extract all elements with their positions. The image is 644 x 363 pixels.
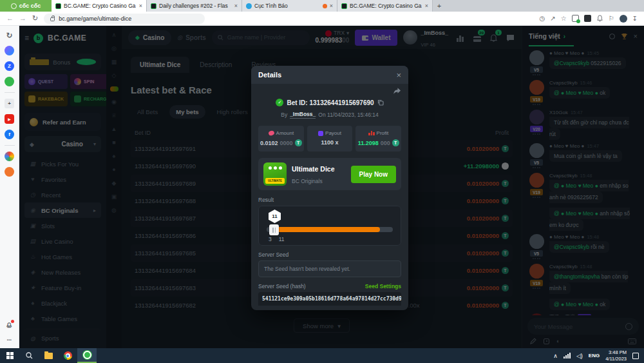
payout-icon <box>318 131 323 136</box>
bcgame-favicon <box>55 3 61 9</box>
browser-tab-1[interactable]: BC.GAME: Crypto Casino Ga× <box>52 0 147 12</box>
lobster-emoji-icon <box>323 4 327 8</box>
taskbar-tray: ∧ ◁) ENG 3:48 PM4/11/2023 <box>553 349 644 362</box>
screen: cốc cốc BC.GAME: Crypto Casino Ga× Daily… <box>0 0 644 363</box>
divider <box>5 145 15 146</box>
share-row <box>258 87 401 97</box>
url-field[interactable]: bc.game/game/ultimate-dice <box>44 14 205 24</box>
modal-body: ✓ Bet ID: 131326441915697690 By _ImBoss_… <box>251 84 408 310</box>
bet-meta-row: By _ImBoss_ On 11/04/2023, 15:46:14 <box>258 111 401 119</box>
flag-icon[interactable]: ⚐ <box>609 15 614 22</box>
bettor-username[interactable]: _ImBoss_ <box>290 111 316 119</box>
seed-hash-value[interactable]: 541121ce9e309a05b18616d778a64a97814d27cc… <box>258 292 401 306</box>
extension-icon-badged[interactable] <box>572 15 579 22</box>
extension-badge <box>576 19 580 23</box>
download-icon[interactable]: ↧ <box>632 15 638 22</box>
share-icon[interactable] <box>393 87 401 95</box>
amount-stat: Amount 0.01020000 <box>258 126 304 152</box>
shop-icon[interactable] <box>5 167 14 177</box>
browser-tab-2[interactable]: Daily challenges #202 - Flas× <box>147 0 242 12</box>
seed-hash-row: Server Seed (hash) Seed Settings <box>258 283 401 289</box>
taskbar-search-icon[interactable] <box>19 348 39 363</box>
play-now-button[interactable]: Play Now <box>351 166 396 183</box>
browser-tab-3[interactable]: Cục Tình Báo× <box>242 0 337 12</box>
zalo-icon[interactable]: Z <box>5 61 14 71</box>
coccoc-brand[interactable]: cốc cốc <box>0 0 52 12</box>
new-tab-button[interactable]: + <box>433 0 446 12</box>
tab-close-icon[interactable]: × <box>330 3 333 9</box>
browser-tab-4[interactable]: BC.GAME: Crypto Casino Ga× <box>337 0 433 12</box>
result-range: 311 <box>269 236 285 242</box>
bcgame-favicon <box>151 3 156 9</box>
volume-icon[interactable]: ◁) <box>576 353 583 359</box>
taskbar-clock[interactable]: 3:48 PM4/11/2023 <box>605 349 627 362</box>
history-icon[interactable]: ↻ <box>5 30 14 40</box>
action-center-icon[interactable] <box>632 353 639 359</box>
history-clock-icon[interactable]: ◷ <box>540 15 545 22</box>
coin-icon <box>392 139 399 146</box>
share-icon[interactable]: ↗ <box>550 15 555 22</box>
notification-bell-icon[interactable] <box>596 15 603 22</box>
seed-settings-link[interactable]: Seed Settings <box>365 283 401 289</box>
file-explorer-icon[interactable] <box>39 348 58 363</box>
result-hexagon: 11 <box>269 210 281 223</box>
forward-button[interactable]: → <box>19 15 26 22</box>
games-icon[interactable] <box>5 77 14 86</box>
tab-close-icon[interactable]: × <box>234 3 238 9</box>
divider <box>5 92 15 93</box>
copy-icon[interactable] <box>377 99 384 106</box>
result-label: Result <box>258 197 401 203</box>
more-options-icon[interactable]: ⋯ <box>5 335 14 345</box>
facebook-icon[interactable]: f <box>5 130 14 139</box>
bet-details-modal: Details × ✓ Bet ID: 131326441915697690 B… <box>251 66 408 310</box>
coccoc-taskbar-icon[interactable] <box>77 348 97 363</box>
extension-dark-icon[interactable] <box>584 15 591 22</box>
game-card: ULTIMATE DICE Ultimate Dice BC Originals… <box>258 158 401 190</box>
result-slider-handle[interactable] <box>269 224 279 235</box>
payout-stat: Payout 1100 x <box>307 126 353 152</box>
wheel-icon[interactable] <box>5 152 14 161</box>
telegram-favicon <box>246 3 252 9</box>
result-slider-track <box>267 227 393 232</box>
chrome-icon[interactable] <box>58 348 77 363</box>
profit-stat: Profit 11.2098000 <box>355 126 401 152</box>
tab-close-icon[interactable]: × <box>139 3 142 9</box>
bet-id-row: ✓ Bet ID: 131326441915697690 <box>258 99 401 106</box>
tray-expand-icon[interactable]: ∧ <box>553 353 558 359</box>
address-bar: ← → ↻ bc.game/game/ultimate-dice ◷ ↗ ☆ ⚐… <box>0 12 644 26</box>
game-title: Ultimate Dice <box>292 165 335 173</box>
windows-taskbar: ∧ ◁) ENG 3:48 PM4/11/2023 <box>0 348 644 363</box>
alert-dot <box>11 320 14 323</box>
add-shortcut-button[interactable]: + <box>5 99 14 108</box>
profit-bars-icon <box>368 131 375 135</box>
input-language[interactable]: ENG <box>589 353 600 358</box>
amount-coin-icon <box>268 130 275 136</box>
coccoc-logo-icon <box>11 3 17 9</box>
bet-id-text: Bet ID: 131326441915697690 <box>287 99 374 106</box>
close-modal-icon[interactable]: × <box>396 70 401 80</box>
bcgame-favicon <box>341 3 347 9</box>
verified-shield-icon: ✓ <box>276 99 283 106</box>
profile-avatar[interactable] <box>620 15 627 23</box>
youtube-icon[interactable]: ▶ <box>5 114 14 124</box>
browser-tab-strip: cốc cốc BC.GAME: Crypto Casino Ga× Daily… <box>0 0 644 12</box>
web-page: ≡ b BC.GAME Bonus QUEST SPIN RAKEBACK RE… <box>19 26 644 348</box>
tab-close-icon[interactable]: × <box>425 3 428 9</box>
modal-header: Details × <box>251 66 408 84</box>
alerts-bell-icon[interactable]: 🕭 <box>5 320 14 329</box>
start-button[interactable] <box>0 348 19 363</box>
messenger-icon[interactable] <box>5 46 14 55</box>
back-button[interactable]: ← <box>6 15 14 22</box>
reload-button[interactable]: ↻ <box>32 15 38 22</box>
bet-stats: Amount 0.01020000 Payout 1100 x Profit 1… <box>258 126 401 152</box>
lock-icon <box>50 17 55 21</box>
modal-title: Details <box>258 71 281 79</box>
result-slider-fill <box>272 227 380 232</box>
result-box: 11 311 <box>258 206 401 246</box>
server-seed-label: Server Seed <box>258 251 401 258</box>
address-bar-icons: ◷ ↗ ☆ ⚐ ↧ <box>540 15 638 23</box>
ultimate-dice-game-icon: ULTIMATE DICE <box>263 162 287 186</box>
bookmark-star-icon[interactable]: ☆ <box>561 15 567 22</box>
coin-icon <box>295 139 302 146</box>
network-icon[interactable] <box>564 353 571 358</box>
